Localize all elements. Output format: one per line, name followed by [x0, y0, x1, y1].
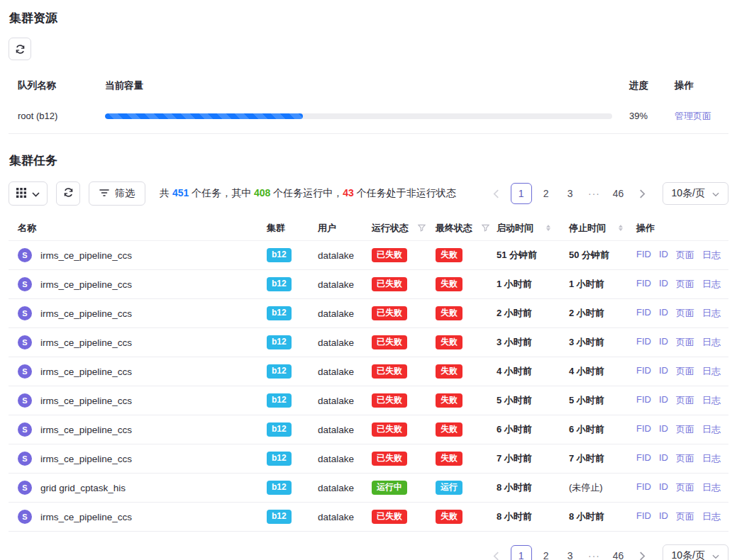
stop-time: 50 分钟前	[569, 249, 609, 262]
final-status-badge: 失败	[436, 306, 462, 321]
task-op-link[interactable]: 日志	[702, 365, 721, 378]
task-op-link[interactable]: 页面	[676, 510, 694, 523]
col-actions: 操作	[636, 222, 728, 235]
task-op-link[interactable]: 日志	[702, 336, 721, 349]
page-46[interactable]: 46	[609, 183, 628, 204]
task-op-link[interactable]: ID	[659, 452, 668, 465]
final-status-badge: 失败	[436, 364, 462, 379]
task-op-link[interactable]: 页面	[676, 452, 694, 465]
task-op-link[interactable]: 日志	[702, 423, 721, 436]
run-status-badge: 已失败	[372, 306, 407, 321]
final-status-badge: 失败	[436, 248, 462, 263]
task-actions: FIDID页面日志	[636, 452, 728, 465]
task-op-link[interactable]: 页面	[676, 307, 694, 320]
col-capacity: 当前容量	[105, 79, 629, 92]
task-op-link[interactable]: ID	[659, 423, 668, 436]
cluster-resources-title: 集群资源	[9, 10, 728, 26]
task-op-link[interactable]: FID	[636, 510, 651, 523]
task-op-link[interactable]: FID	[636, 278, 651, 291]
task-op-link[interactable]: ID	[659, 336, 668, 349]
task-actions: FIDID页面日志	[636, 365, 728, 378]
task-op-link[interactable]: ID	[659, 365, 668, 378]
task-name: grid grid_cptask_his	[40, 483, 126, 493]
task-op-link[interactable]: ID	[659, 307, 668, 320]
task-op-link[interactable]: 页面	[676, 365, 694, 378]
task-user: datalake	[318, 425, 372, 435]
cluster-badge: b12	[267, 481, 292, 495]
refresh-button[interactable]	[9, 38, 31, 60]
task-op-link[interactable]: FID	[636, 481, 651, 494]
task-op-link[interactable]: 页面	[676, 394, 694, 407]
task-op-link[interactable]: 页面	[676, 481, 694, 494]
task-op-link[interactable]: 日志	[702, 481, 721, 494]
task-op-link[interactable]: FID	[636, 336, 651, 349]
next-page-icon[interactable]	[633, 183, 653, 204]
capacity-progress-bar	[105, 113, 612, 119]
task-op-link[interactable]: FID	[636, 452, 651, 465]
run-status-badge: 已失败	[372, 510, 407, 525]
stop-time: 7 小时前	[569, 452, 604, 465]
stop-time: (未停止)	[569, 481, 603, 494]
pagination-ellipsis[interactable]: ···	[584, 545, 604, 560]
page-1[interactable]: 1	[511, 183, 532, 204]
cluster-badge: b12	[267, 422, 292, 437]
task-op-link[interactable]: FID	[636, 394, 651, 407]
page-size-select[interactable]: 10条/页	[663, 182, 728, 205]
task-op-link[interactable]: ID	[659, 394, 668, 407]
layout-grid-button[interactable]	[9, 181, 48, 206]
task-op-link[interactable]: 页面	[676, 278, 694, 291]
page-3[interactable]: 3	[560, 183, 580, 204]
task-op-link[interactable]: 页面	[676, 249, 694, 262]
page-3[interactable]: 3	[560, 545, 580, 560]
task-op-link[interactable]: FID	[636, 423, 651, 436]
page-46[interactable]: 46	[609, 545, 628, 560]
task-op-link[interactable]: 日志	[702, 249, 721, 262]
task-actions: FIDID页面日志	[636, 249, 728, 262]
task-user: datalake	[318, 483, 372, 493]
task-op-link[interactable]: ID	[659, 249, 668, 262]
task-op-link[interactable]: ID	[659, 510, 668, 523]
task-op-link[interactable]: 日志	[702, 510, 721, 523]
col-run-status: 运行状态	[372, 222, 409, 235]
task-user: datalake	[318, 337, 372, 348]
prev-page-icon[interactable]	[487, 183, 506, 204]
final-status-badge: 失败	[436, 510, 462, 525]
pagination-ellipsis[interactable]: ···	[584, 183, 604, 204]
task-op-link[interactable]: ID	[659, 481, 668, 494]
page-1[interactable]: 1	[511, 545, 532, 560]
task-op-link[interactable]: ID	[659, 278, 668, 291]
sort-icon[interactable]	[546, 225, 550, 231]
task-user: datalake	[318, 279, 372, 290]
task-op-link[interactable]: 日志	[702, 394, 721, 407]
task-actions: FIDID页面日志	[636, 307, 728, 320]
task-actions: FIDID页面日志	[636, 510, 728, 523]
page-2[interactable]: 2	[536, 545, 556, 560]
next-page-icon[interactable]	[633, 545, 653, 560]
prev-page-icon[interactable]	[487, 545, 506, 560]
task-user: datalake	[318, 250, 372, 261]
task-op-link[interactable]: 日志	[702, 307, 721, 320]
avatar: S	[18, 510, 32, 524]
filter-button[interactable]: 筛选	[89, 181, 145, 206]
task-op-link[interactable]: FID	[636, 249, 651, 262]
refresh-icon	[63, 187, 74, 200]
filter-funnel-icon[interactable]	[418, 224, 426, 232]
page-size-select[interactable]: 10条/页	[663, 544, 728, 560]
task-op-link[interactable]: FID	[636, 365, 651, 378]
filter-button-label: 筛选	[115, 187, 135, 200]
task-op-link[interactable]: FID	[636, 307, 651, 320]
task-op-link[interactable]: 页面	[676, 336, 694, 349]
task-actions: FIDID页面日志	[636, 336, 728, 349]
task-op-link[interactable]: 日志	[702, 452, 721, 465]
task-op-link[interactable]: 页面	[676, 423, 694, 436]
task-actions: FIDID页面日志	[636, 481, 728, 494]
capacity-progress-fill	[105, 113, 303, 119]
refresh-icon	[15, 44, 26, 55]
stop-time: 2 小时前	[569, 307, 604, 320]
tasks-refresh-button[interactable]	[56, 181, 80, 206]
manage-page-link[interactable]: 管理页面	[675, 111, 711, 121]
filter-funnel-icon[interactable]	[482, 224, 489, 232]
page-2[interactable]: 2	[536, 183, 556, 204]
task-op-link[interactable]: 日志	[702, 278, 721, 291]
sort-icon[interactable]	[619, 225, 623, 231]
